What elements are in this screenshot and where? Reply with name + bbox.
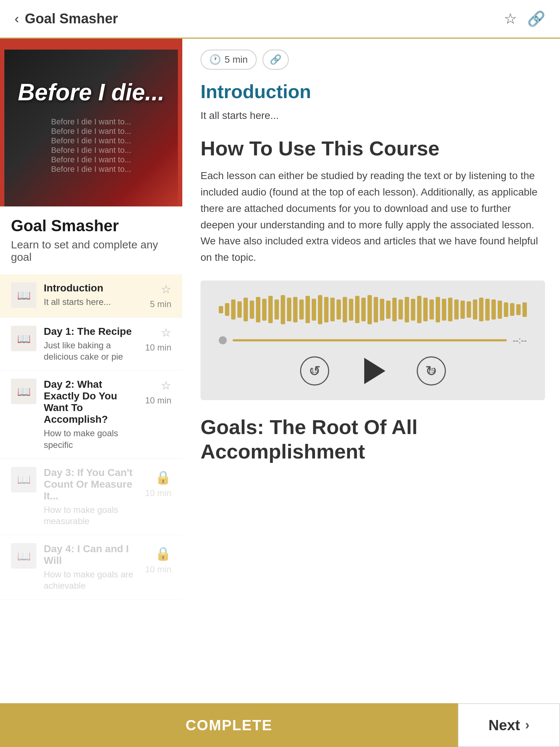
book-icon: 📖 <box>17 332 31 345</box>
share-icon[interactable]: 🔗 <box>527 10 545 27</box>
lesson-title: Introduction <box>44 282 143 294</box>
bottom-buttons: COMPLETE Next › <box>0 703 560 747</box>
list-item[interactable]: 📖 Introduction It all starts here... ☆ 5… <box>0 274 182 318</box>
hero-text: Before I die... <box>11 71 172 114</box>
lesson-desc: It all starts here... <box>44 296 143 307</box>
book-icon: 📖 <box>17 550 31 562</box>
hero-lines-label: Before I die I want to... Before I die I… <box>11 117 172 174</box>
lesson-content: Day 4: I Can and I Will How to make goal… <box>44 543 138 591</box>
lesson-icon-box-locked: 📖 <box>11 543 36 569</box>
course-title: Goal Smasher <box>11 217 171 235</box>
favorite-icon[interactable]: ☆ <box>161 326 171 340</box>
book-icon: 📖 <box>17 385 31 398</box>
lesson-desc: How to make goals are achievable <box>44 569 138 591</box>
link-badge[interactable]: 🔗 <box>262 50 289 70</box>
audio-player: --:-- ↻ 15 ↻ 15 <box>201 280 545 400</box>
lesson-time: 10 min <box>145 395 171 406</box>
course-title-section: Goal Smasher Learn to set and complete a… <box>0 206 182 267</box>
intro-text: It all starts here... <box>201 110 545 121</box>
lesson-content: Introduction It all starts here... <box>44 282 143 307</box>
header-right: ☆ 🔗 <box>504 10 545 27</box>
list-item[interactable]: 📖 Day 2: What Exactly Do You Want To Acc… <box>0 371 182 458</box>
lesson-icon-box-locked: 📖 <box>11 467 36 492</box>
progress-dot[interactable] <box>219 336 227 344</box>
favorite-icon[interactable]: ☆ <box>161 379 171 392</box>
play-button[interactable] <box>358 356 388 386</box>
header-title: Goal Smasher <box>25 11 118 27</box>
chevron-right-icon: › <box>525 717 529 733</box>
goals-title: Goals: The Root Of All Accomplishment <box>201 415 545 464</box>
book-icon: 📖 <box>17 289 31 302</box>
time-badge-label: 5 min <box>225 54 248 65</box>
lesson-icon-box: 📖 <box>11 326 36 351</box>
how-text: Each lesson can either be studied by rea… <box>201 168 545 266</box>
lesson-content: Day 3: If You Can't Count Or Measure It.… <box>44 467 138 527</box>
lesson-title: Day 2: What Exactly Do You Want To Accom… <box>44 379 138 425</box>
right-column: 🕐 5 min 🔗 Introduction It all starts her… <box>182 39 560 622</box>
how-title: How To Use This Course <box>201 136 545 160</box>
time-badge: 🕐 5 min <box>201 50 257 70</box>
controls-row: ↻ 15 ↻ 15 <box>219 356 527 386</box>
lesson-content: Day 1: The Recipe Just like baking a del… <box>44 326 138 362</box>
skip-forward-button[interactable]: ↻ 15 <box>417 356 446 386</box>
list-item[interactable]: 📖 Day 1: The Recipe Just like baking a d… <box>0 318 182 371</box>
main-layout: Before I die... Before I die I want to..… <box>0 39 560 622</box>
lock-icon: 🔒 <box>155 470 171 485</box>
lesson-title: Day 4: I Can and I Will <box>44 543 138 566</box>
book-icon: 📖 <box>17 473 31 486</box>
lesson-time: 5 min <box>150 299 171 309</box>
lesson-list: 📖 Introduction It all starts here... ☆ 5… <box>0 267 182 607</box>
list-item: 📖 Day 4: I Can and I Will How to make go… <box>0 535 182 600</box>
intro-title: Introduction <box>201 81 545 102</box>
waveform <box>219 295 527 324</box>
lesson-right: ☆ 5 min <box>150 282 171 309</box>
header-left: ‹ Goal Smasher <box>15 11 118 27</box>
skip-back-button[interactable]: ↻ 15 <box>300 356 329 386</box>
lesson-desc: How to make goals specific <box>44 427 138 450</box>
hero-border-left <box>0 39 4 206</box>
badge-row: 🕐 5 min 🔗 <box>201 50 545 70</box>
lesson-title: Day 1: The Recipe <box>44 326 138 337</box>
lesson-content: Day 2: What Exactly Do You Want To Accom… <box>44 379 138 450</box>
course-subtitle: Learn to set and complete any goal <box>11 239 171 263</box>
link-icon: 🔗 <box>270 54 281 65</box>
lesson-right: ☆ 10 min <box>145 379 171 406</box>
header: ‹ Goal Smasher ☆ 🔗 <box>0 0 560 39</box>
lesson-time: 10 min <box>145 564 171 574</box>
lesson-right: 🔒 10 min <box>145 543 171 574</box>
lesson-time: 10 min <box>145 342 171 353</box>
favorite-icon[interactable]: ☆ <box>161 282 171 296</box>
bookmark-icon[interactable]: ☆ <box>504 10 517 27</box>
next-label: Next <box>489 717 520 734</box>
hero-border-right <box>178 39 182 206</box>
lesson-title: Day 3: If You Can't Count Or Measure It.… <box>44 467 138 502</box>
lesson-desc: Just like baking a delicious cake or pie <box>44 340 138 362</box>
progress-time: --:-- <box>513 335 527 345</box>
lock-icon: 🔒 <box>155 546 171 561</box>
progress-track[interactable] <box>233 339 507 341</box>
skip-back-label: 15 <box>311 367 318 375</box>
next-button[interactable]: Next › <box>458 703 560 747</box>
hero-image: Before I die... Before I die I want to..… <box>0 39 182 206</box>
bottom-spacer <box>201 471 545 522</box>
lesson-right: 🔒 10 min <box>145 467 171 498</box>
progress-row: --:-- <box>219 335 527 345</box>
skip-forward-label: 15 <box>427 367 435 375</box>
lesson-icon-box: 📖 <box>11 282 36 308</box>
lesson-desc: How to make goals measurable <box>44 504 138 527</box>
hero-border-top <box>0 39 182 50</box>
lesson-icon-box: 📖 <box>11 379 36 404</box>
back-button[interactable]: ‹ <box>15 11 19 27</box>
lesson-right: ☆ 10 min <box>145 326 171 353</box>
play-icon <box>364 358 385 384</box>
list-item: 📖 Day 3: If You Can't Count Or Measure I… <box>0 459 182 535</box>
left-column: Before I die... Before I die I want to..… <box>0 39 182 622</box>
clock-icon: 🕐 <box>209 54 221 65</box>
lesson-time: 10 min <box>145 488 171 498</box>
complete-button[interactable]: COMPLETE <box>0 703 458 747</box>
